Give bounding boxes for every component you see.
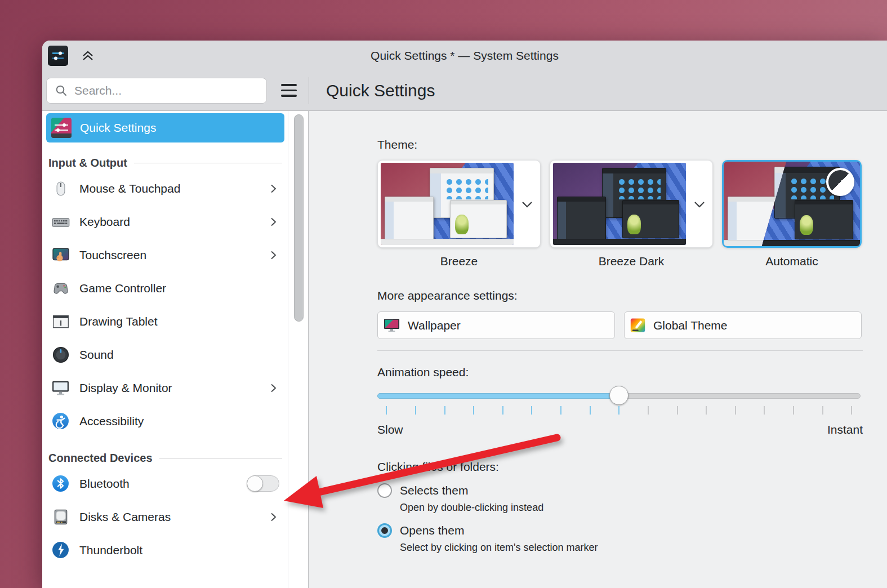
radio-opens-them[interactable]: Opens them bbox=[377, 523, 887, 538]
sidebar-item-thunderbolt[interactable]: Thunderbolt bbox=[46, 533, 284, 567]
theme-name: Automatic bbox=[765, 255, 818, 268]
main-content: Theme: Br bbox=[309, 111, 887, 588]
radio-selects-them[interactable]: Selects them bbox=[377, 483, 887, 498]
display-icon bbox=[51, 378, 70, 397]
theme-card-breeze[interactable] bbox=[377, 160, 541, 248]
sidebar-item-quick-settings[interactable]: Quick Settings bbox=[46, 113, 284, 142]
search-input[interactable]: Search... bbox=[46, 78, 267, 104]
disks-icon bbox=[51, 507, 70, 526]
sidebar-item-label: Quick Settings bbox=[80, 121, 156, 135]
bluetooth-toggle[interactable] bbox=[247, 475, 279, 492]
sidebar-scrollbar[interactable] bbox=[294, 114, 304, 322]
theme-name: Breeze bbox=[440, 255, 478, 268]
sidebar-scroll-lane bbox=[288, 111, 309, 588]
window-title: Quick Settings * — System Settings bbox=[42, 49, 887, 63]
menu-button[interactable] bbox=[273, 79, 305, 101]
theme-label: Theme: bbox=[377, 138, 887, 152]
clicking-label: Clicking files or folders: bbox=[377, 460, 887, 474]
global-theme-icon bbox=[630, 317, 646, 333]
theme-preview-breeze bbox=[381, 163, 514, 245]
sidebar-item-drawing-tablet[interactable]: Drawing Tablet bbox=[46, 305, 284, 338]
mouse-icon bbox=[51, 179, 70, 198]
header-toolbar: Search... Quick Settings bbox=[42, 70, 887, 111]
theme-card-breeze-dark[interactable] bbox=[550, 160, 713, 248]
sound-icon bbox=[51, 345, 70, 364]
drawing-tablet-icon bbox=[51, 312, 70, 331]
accessibility-icon bbox=[51, 412, 70, 430]
chevron-down-icon[interactable] bbox=[514, 196, 540, 212]
sidebar-item-disks-cameras[interactable]: Disks & Cameras bbox=[46, 500, 284, 533]
more-appearance-label: More appearance settings: bbox=[377, 289, 887, 302]
wallpaper-icon bbox=[383, 317, 400, 334]
radio-button[interactable] bbox=[377, 483, 392, 498]
slider-handle[interactable] bbox=[609, 386, 629, 405]
sidebar-item-accessibility[interactable]: Accessibility bbox=[46, 404, 284, 438]
sidebar-item-display-monitor[interactable]: Display & Monitor bbox=[46, 371, 284, 404]
bluetooth-icon bbox=[51, 474, 70, 493]
collapse-up-icon[interactable] bbox=[79, 47, 96, 64]
keyboard-icon bbox=[51, 212, 70, 231]
chevron-right-icon bbox=[267, 511, 279, 523]
theme-preview-breeze-dark bbox=[553, 163, 686, 245]
sidebar: Quick Settings Input & Output Mouse & To… bbox=[42, 111, 288, 588]
quick-settings-icon bbox=[51, 118, 72, 138]
chevron-right-icon bbox=[267, 216, 279, 228]
thunderbolt-icon bbox=[51, 541, 70, 559]
search-icon bbox=[55, 84, 68, 97]
titlebar: Quick Settings * — System Settings bbox=[42, 41, 887, 70]
slider-max-label: Instant bbox=[827, 423, 863, 436]
chevron-right-icon bbox=[267, 382, 279, 394]
touchscreen-icon bbox=[51, 246, 70, 264]
chevron-down-icon[interactable] bbox=[686, 196, 712, 212]
system-settings-window: Quick Settings * — System Settings Searc… bbox=[42, 41, 887, 588]
sidebar-item-sound[interactable]: Sound bbox=[46, 338, 284, 371]
slider-min-label: Slow bbox=[377, 423, 403, 436]
auto-theme-contrast-icon bbox=[826, 168, 854, 196]
sidebar-section-input-output: Input & Output bbox=[48, 157, 282, 170]
search-placeholder: Search... bbox=[74, 84, 122, 97]
page-title: Quick Settings bbox=[326, 81, 435, 100]
theme-options: Breeze bbox=[377, 160, 887, 268]
theme-preview-automatic bbox=[724, 162, 860, 246]
global-theme-button[interactable]: Global Theme bbox=[624, 311, 862, 339]
slider-ticks bbox=[377, 406, 861, 416]
radio-description: Open by double-clicking instead bbox=[400, 502, 887, 514]
chevron-right-icon bbox=[267, 249, 279, 261]
wallpaper-button[interactable]: Wallpaper bbox=[377, 311, 615, 339]
slider-fill bbox=[377, 393, 619, 399]
toggle-knob bbox=[247, 475, 263, 492]
theme-card-automatic[interactable] bbox=[722, 160, 862, 248]
game-controller-icon bbox=[51, 279, 70, 297]
sidebar-section-connected-devices: Connected Devices bbox=[48, 452, 282, 465]
system-settings-app-icon bbox=[48, 46, 68, 66]
sidebar-item-keyboard[interactable]: Keyboard bbox=[46, 205, 284, 238]
sidebar-item-touchscreen[interactable]: Touchscreen bbox=[46, 238, 284, 271]
animation-speed-label: Animation speed: bbox=[377, 366, 887, 379]
radio-description: Select by clicking on item's selection m… bbox=[400, 542, 887, 554]
chevron-right-icon bbox=[267, 182, 279, 195]
sidebar-item-game-controller[interactable]: Game Controller bbox=[46, 271, 284, 305]
sidebar-item-mouse-touchpad[interactable]: Mouse & Touchpad bbox=[46, 172, 284, 205]
animation-speed-slider[interactable] bbox=[377, 386, 861, 406]
radio-button[interactable] bbox=[377, 523, 392, 538]
sidebar-item-bluetooth[interactable]: Bluetooth bbox=[46, 467, 284, 500]
theme-name: Breeze Dark bbox=[599, 255, 665, 268]
section-divider bbox=[377, 350, 863, 351]
header-divider bbox=[309, 77, 309, 104]
